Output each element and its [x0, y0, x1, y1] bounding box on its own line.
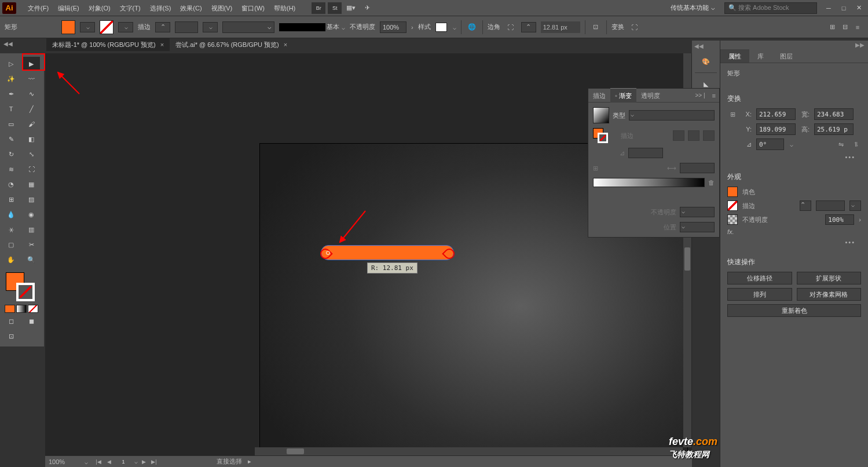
tab-properties[interactable]: 属性 — [720, 49, 749, 63]
slice-tool[interactable]: ✂ — [23, 238, 40, 251]
menu-window[interactable]: 窗口(W) — [237, 0, 269, 16]
bridge-icon[interactable]: Br — [312, 2, 325, 14]
gp-position-dd[interactable] — [680, 222, 715, 232]
color-panel-icon[interactable]: 🎨 — [697, 54, 715, 70]
pen-tool[interactable]: ✒ — [2, 87, 20, 101]
fill-swatch-ap[interactable] — [727, 187, 738, 197]
stroke-weight-down[interactable]: ⌃ — [155, 22, 170, 32]
stroke-swatch-ap[interactable] — [727, 200, 738, 211]
cb-icon-1[interactable]: ⊞ — [826, 21, 838, 33]
shape-builder-tool[interactable]: ◔ — [2, 177, 20, 191]
reference-point[interactable]: ⊞ — [727, 109, 738, 119]
zoom-tool[interactable]: 🔍 — [23, 253, 40, 267]
artboard-num[interactable]: 1 — [115, 458, 132, 466]
gradient-type-dd[interactable] — [629, 110, 715, 121]
mesh-tool[interactable]: ⊞ — [2, 192, 20, 206]
opacity-caret-ap[interactable]: › — [859, 216, 861, 223]
hand-tool[interactable]: ✋ — [2, 253, 20, 267]
scrollbar-thumb[interactable] — [684, 247, 690, 271]
corner-link-icon[interactable]: ⛶ — [505, 21, 517, 33]
fx-label[interactable]: fx. — [727, 228, 734, 235]
gradient-slider[interactable] — [593, 178, 705, 187]
doc-tab-2[interactable]: 尝试.ai* @ 66.67% (RGB/GPU 预览)× — [170, 38, 293, 51]
blend-tool[interactable]: ◉ — [23, 207, 40, 221]
menu-file[interactable]: 文件(F) — [23, 0, 53, 16]
tools-expand-icon[interactable]: ◀◀ — [3, 41, 13, 47]
close-tab-icon[interactable]: × — [284, 38, 287, 51]
close-button[interactable]: ✕ — [852, 3, 866, 13]
style-dd[interactable] — [452, 24, 456, 31]
stock-icon[interactable]: St — [328, 2, 342, 14]
color-mode[interactable] — [5, 305, 15, 313]
arrange-icon[interactable]: ▦▾ — [344, 2, 358, 14]
stroke-tab[interactable]: 描边 — [588, 89, 610, 103]
stroke-weight-ap[interactable] — [816, 200, 845, 211]
recolor-icon[interactable]: 🌐 — [466, 21, 478, 33]
doc-tab-1[interactable]: 未标题-1* @ 100% (RGB/GPU 预览)× — [46, 38, 170, 51]
more-options-icon[interactable]: ••• — [727, 154, 861, 160]
tab-libraries[interactable]: 库 — [749, 49, 772, 63]
gp-opacity-dd[interactable] — [680, 207, 715, 217]
close-tab-icon[interactable]: × — [160, 38, 164, 51]
selected-rectangle[interactable] — [321, 245, 454, 260]
corner-value[interactable]: 12.81 px — [541, 21, 580, 33]
direct-selection-tool[interactable]: ▶ — [23, 57, 40, 71]
last-artboard[interactable]: ▶| — [149, 458, 159, 466]
dock-expand-icon[interactable]: ◀◀ — [692, 43, 704, 49]
gp-angle-dd[interactable] — [628, 148, 663, 158]
transparency-tab[interactable]: 透明度 — [636, 89, 665, 103]
panel-collapse-icon[interactable]: >> | — [692, 92, 709, 98]
gradient-fillstroke[interactable] — [593, 128, 608, 143]
more-options-icon-2[interactable]: ••• — [727, 239, 861, 246]
stroke-weight-step[interactable]: ⌃ — [800, 200, 811, 211]
free-transform-tool[interactable]: ⛶ — [23, 162, 40, 176]
w-input[interactable]: 234.683 — [814, 108, 854, 120]
gradient-preview[interactable] — [593, 107, 609, 123]
menu-edit[interactable]: 编辑(E) — [53, 0, 84, 16]
menu-view[interactable]: 视图(V) — [207, 0, 237, 16]
menu-effect[interactable]: 效果(C) — [175, 0, 206, 16]
y-input[interactable]: 189.099 — [756, 123, 796, 135]
draw-normal[interactable]: ◻ — [2, 314, 20, 328]
angle-dd[interactable] — [789, 141, 793, 148]
offset-path-button[interactable]: 位移路径 — [727, 272, 792, 284]
arrange-button[interactable]: 排列 — [727, 288, 792, 301]
flyout-menu-icon[interactable]: ≡ — [709, 92, 719, 99]
cb-menu-icon[interactable]: ≡ — [852, 21, 863, 33]
magic-wand-tool[interactable]: ✨ — [2, 72, 20, 86]
gpu-icon[interactable]: ✈ — [360, 2, 374, 14]
stroke-weight-dd[interactable] — [203, 22, 218, 32]
fill-stroke-tool[interactable] — [5, 271, 39, 300]
align-pixel-button[interactable]: 对齐像素网格 — [797, 288, 862, 301]
flip-h-icon[interactable]: ⇋ — [836, 139, 846, 149]
menu-help[interactable]: 帮助(H) — [269, 0, 300, 16]
scale-tool[interactable]: ⤡ — [23, 147, 40, 161]
artboard-dd[interactable] — [133, 458, 138, 466]
gradient-mode[interactable] — [16, 305, 27, 313]
menu-type[interactable]: 文字(T) — [115, 0, 145, 16]
column-graph-tool[interactable]: ▥ — [23, 222, 40, 236]
gp-stroke-icon1[interactable] — [673, 130, 684, 141]
curvature-tool[interactable]: ∿ — [23, 87, 40, 101]
gradient-tool[interactable]: ▨ — [23, 192, 40, 206]
workspace-switcher[interactable]: 传统基本功能⌵ — [666, 2, 720, 13]
stroke-dropdown[interactable] — [118, 22, 133, 32]
stroke-color-tool[interactable] — [16, 283, 35, 301]
fill-dropdown[interactable] — [80, 22, 95, 32]
align-pixel-icon[interactable]: ⊡ — [590, 21, 602, 33]
transform-icon[interactable]: ⛶ — [629, 21, 640, 33]
screen-mode[interactable]: ⊡ — [2, 329, 20, 343]
artboard-tool[interactable]: ▢ — [2, 238, 20, 251]
opacity-input[interactable]: 100% — [380, 21, 406, 33]
lasso-tool[interactable]: 〰 — [23, 72, 40, 86]
transform-label[interactable]: 变换 — [611, 23, 624, 31]
selection-tool[interactable]: ▷ — [2, 57, 20, 71]
shaper-tool[interactable]: ✎ — [2, 132, 20, 146]
none-mode[interactable] — [28, 305, 38, 313]
corner-down[interactable]: ⌃ — [521, 22, 536, 32]
corner-widget[interactable] — [326, 251, 330, 255]
stroke-weight-input[interactable] — [175, 21, 198, 33]
type-tool[interactable]: T — [2, 102, 20, 116]
expand-shape-button[interactable]: 扩展形状 — [797, 272, 862, 284]
rotate-tool[interactable]: ↻ — [2, 147, 20, 161]
